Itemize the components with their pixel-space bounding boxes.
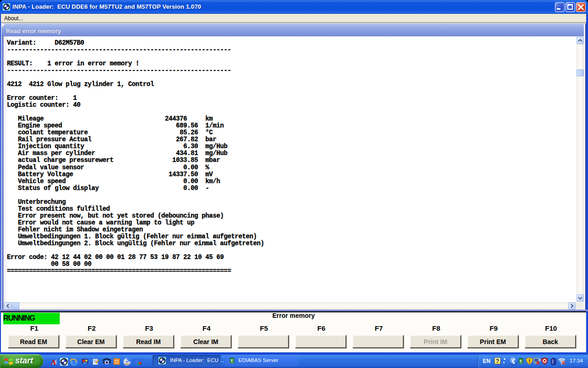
svg-text:E: E [520,359,522,363]
svg-text:E: E [231,358,233,362]
svg-text:A: A [51,358,57,365]
